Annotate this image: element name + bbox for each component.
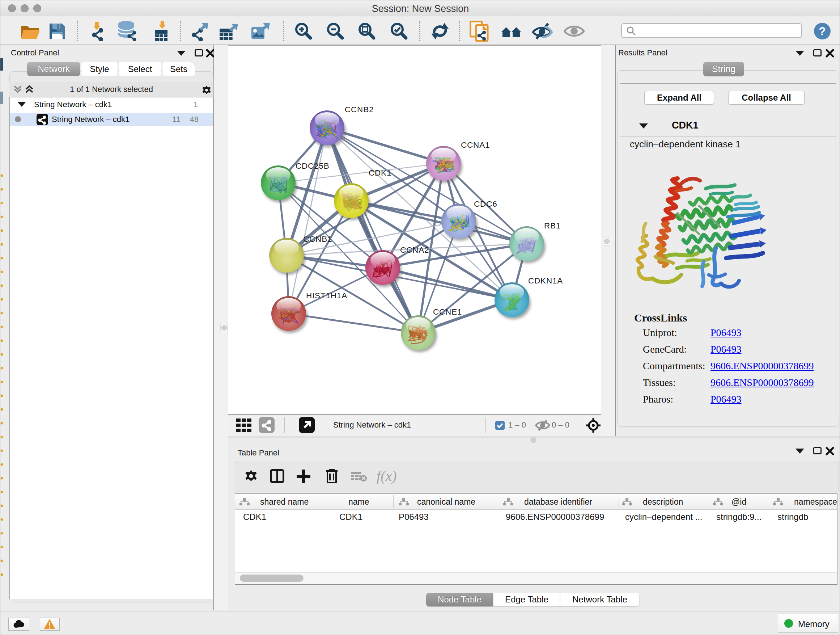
svg-text:CCNE1: CCNE1: [433, 307, 462, 317]
svg-text:HIST1H1A: HIST1H1A: [306, 291, 347, 300]
svg-text:CCNA2: CCNA2: [400, 245, 429, 255]
svg-text:CDK1: CDK1: [369, 168, 392, 177]
svg-text:CDKN1A: CDKN1A: [528, 276, 563, 285]
svg-text:CDC25B: CDC25B: [295, 162, 330, 171]
svg-text:CCNB1: CCNB1: [303, 234, 332, 244]
svg-text:CCNB2: CCNB2: [345, 105, 374, 114]
svg-text:RB1: RB1: [544, 221, 561, 230]
svg-text:CCNA1: CCNA1: [461, 141, 490, 149]
svg-text:CDC6: CDC6: [474, 200, 497, 209]
